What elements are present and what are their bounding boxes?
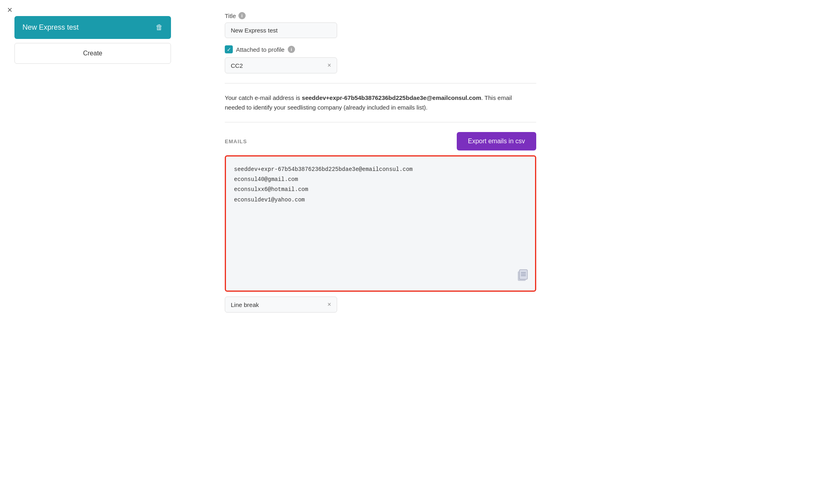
- export-emails-button[interactable]: Export emails in csv: [457, 132, 536, 150]
- emails-box-container: [225, 155, 536, 292]
- copy-icon-button[interactable]: [517, 269, 529, 285]
- attach-info-icon[interactable]: i: [288, 46, 295, 53]
- right-panel: Title i ✓ Attached to profile i CC2 × Yo…: [225, 12, 536, 313]
- title-label: Title i: [225, 12, 536, 19]
- test-item[interactable]: New Express test 🗑: [14, 16, 171, 39]
- title-info-icon[interactable]: i: [238, 12, 246, 19]
- attached-checkbox[interactable]: ✓: [225, 45, 233, 53]
- trash-icon[interactable]: 🗑: [156, 23, 163, 32]
- svg-rect-1: [519, 270, 527, 279]
- catch-email-prefix: Your catch e-mail address is: [225, 94, 302, 101]
- close-button[interactable]: ×: [7, 6, 12, 14]
- profile-clear-button[interactable]: ×: [328, 62, 331, 69]
- profile-value: CC2: [231, 62, 243, 69]
- divider-2: [225, 122, 536, 122]
- line-break-clear-button[interactable]: ×: [328, 301, 331, 308]
- divider-1: [225, 83, 536, 83]
- title-input[interactable]: [225, 22, 337, 38]
- profile-dropdown[interactable]: CC2 ×: [225, 57, 337, 73]
- left-panel: New Express test 🗑 Create: [14, 16, 171, 64]
- attach-to-profile-row: ✓ Attached to profile i: [225, 45, 536, 53]
- line-break-row: Line break ×: [225, 297, 345, 313]
- line-break-value: Line break: [231, 301, 259, 308]
- catch-email-section: Your catch e-mail address is seeddev+exp…: [225, 93, 530, 112]
- emails-textarea[interactable]: [225, 155, 536, 292]
- emails-box-wrapper: [225, 155, 536, 292]
- test-item-label: New Express test: [22, 23, 79, 32]
- catch-email-address: seeddev+expr-67b54b3876236bd225bdae3e@em…: [302, 94, 481, 101]
- emails-label: EMAILS: [225, 138, 247, 144]
- create-button[interactable]: Create: [14, 43, 171, 64]
- line-break-field[interactable]: Line break ×: [225, 297, 337, 313]
- attach-label: Attached to profile: [236, 46, 285, 53]
- emails-header-row: EMAILS Export emails in csv: [225, 132, 536, 150]
